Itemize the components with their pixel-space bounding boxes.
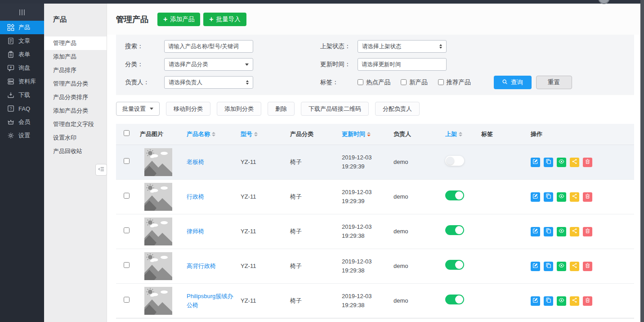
bulk-action-button[interactable]: 分配负责人 [375,102,420,116]
row-checkbox[interactable] [124,262,130,268]
query-button[interactable]: 查询 [494,76,532,89]
submenu-item[interactable]: 管理产品 [44,36,107,50]
column-header-publish[interactable]: 上架 [442,130,478,138]
update-time-input[interactable] [358,58,447,71]
bulk-action-button[interactable]: 下载产品链接二维码 [301,102,369,116]
submenu-item[interactable]: 产品回收站 [44,145,107,158]
share-action-button[interactable] [570,192,579,202]
publish-toggle[interactable] [445,260,464,270]
preview-action-button[interactable] [557,227,566,236]
tag-checkbox-option[interactable]: 新产品 [401,78,428,86]
edit-action-button[interactable] [531,192,540,202]
share-action-button[interactable] [570,262,579,271]
submenu-item[interactable]: 管理产品分类 [44,77,107,91]
sidebar-item-settings[interactable]: 设置 [0,129,44,142]
bulk-action-button[interactable]: 删除 [268,102,295,116]
edit-action-button[interactable] [531,262,540,271]
tag-checkbox-option[interactable]: 推荐产品 [438,78,471,86]
status-select[interactable]: 请选择上架状态 [358,40,447,53]
column-header-name[interactable]: 产品名称 [183,130,237,138]
submenu-item[interactable]: 添加产品 [44,50,107,63]
sidebar-item-member[interactable]: 会员 [0,115,44,129]
edit-action-button[interactable] [531,158,540,167]
sidebar-item-download[interactable]: 下载 [0,88,44,102]
product-name-link[interactable]: Philipsburg簇绒办公椅 [187,293,233,308]
select-all-checkbox[interactable] [124,130,130,136]
tag-checkbox[interactable] [438,79,444,85]
batch-settings-dropdown[interactable]: 批量设置 [116,102,160,116]
product-name-link[interactable]: 律师椅 [187,228,204,235]
row-checkbox[interactable] [124,227,130,233]
product-name-link[interactable]: 高背行政椅 [187,263,216,269]
tag-checkbox[interactable] [358,79,363,85]
publish-toggle[interactable] [445,225,464,235]
copy-action-button[interactable] [544,262,553,271]
vertical-scrollbar[interactable] [640,0,644,322]
owner-select[interactable]: 请选择负责人 [164,76,253,89]
bulk-action-button[interactable]: 移动到分类 [166,102,210,116]
sidebar-item-form[interactable]: 表单 [0,48,44,61]
delete-action-button[interactable] [583,192,592,202]
column-header-model[interactable]: 型号 [237,130,287,138]
main-sidebar: 产品文章表单¥询盘资料库下载?FAQ会员设置 [0,4,44,322]
submenu-collapse-button[interactable] [95,164,107,176]
tag-checkbox-option[interactable]: 热点产品 [358,78,390,86]
share-action-button[interactable] [570,227,579,236]
sidebar-item-inquiry[interactable]: ¥询盘 [0,61,44,75]
publish-toggle[interactable] [445,190,464,200]
submenu-item[interactable]: 产品排序 [44,63,107,77]
edit-action-button[interactable] [531,296,540,306]
tag-checkbox[interactable] [401,79,407,85]
user-avatar[interactable] [598,0,610,4]
publish-toggle[interactable] [445,156,464,166]
bulk-import-button[interactable]: + 批量导入 [203,13,246,26]
product-image[interactable] [137,183,183,211]
preview-action-button[interactable] [557,262,566,271]
topbar [0,0,644,4]
submenu-item[interactable]: 产品分类排序 [44,91,107,104]
row-actions [528,296,634,306]
publish-toggle[interactable] [445,295,464,304]
sidebar-item-article[interactable]: 文章 [0,34,44,48]
delete-action-button[interactable] [583,158,592,167]
sidebar-item-faq[interactable]: ?FAQ [0,102,44,115]
share-action-button[interactable] [570,296,579,306]
table-header-row: 产品图片产品名称型号产品分类更新时间负责人上架标签操作 [116,124,634,145]
product-image[interactable] [137,218,183,245]
form-icon [7,51,14,58]
product-name-link[interactable]: 行政椅 [187,193,204,200]
add-product-button[interactable]: + 添加产品 [157,13,200,26]
product-image[interactable] [137,252,183,280]
product-name-link[interactable]: 老板椅 [187,159,204,165]
sidebar-collapse-handle[interactable] [0,4,44,21]
delete-action-button[interactable] [583,262,592,271]
preview-action-button[interactable] [557,158,566,167]
submenu-item[interactable]: 管理自定义字段 [44,118,107,131]
category-select[interactable]: 请选择产品分类 [164,58,253,71]
preview-action-button[interactable] [557,192,566,202]
sidebar-item-products[interactable]: 产品 [0,21,44,34]
row-checkbox[interactable] [124,297,130,303]
bulk-action-button[interactable]: 添加到分类 [217,102,261,116]
search-input[interactable] [164,40,253,53]
sidebar-item-library[interactable]: 资料库 [0,75,44,88]
product-image[interactable] [137,287,183,315]
edit-action-button[interactable] [531,227,540,236]
preview-action-button[interactable] [557,296,566,306]
row-checkbox[interactable] [124,158,130,164]
delete-action-button[interactable] [583,296,592,306]
delete-action-button[interactable] [583,227,592,236]
share-action-button[interactable] [570,158,579,167]
owner-label: 负责人： [125,78,164,86]
submenu-item[interactable]: 设置水印 [44,131,107,145]
copy-action-button[interactable] [544,158,553,167]
copy-action-button[interactable] [544,227,553,236]
preview-icon [559,228,564,235]
copy-action-button[interactable] [544,192,553,202]
row-checkbox[interactable] [124,193,130,199]
submenu-item[interactable]: 添加产品分类 [44,104,107,118]
product-image[interactable] [137,148,183,176]
copy-action-button[interactable] [544,296,553,306]
reset-button[interactable]: 重置 [536,76,572,89]
column-header-updated[interactable]: 更新时间 [339,130,390,138]
